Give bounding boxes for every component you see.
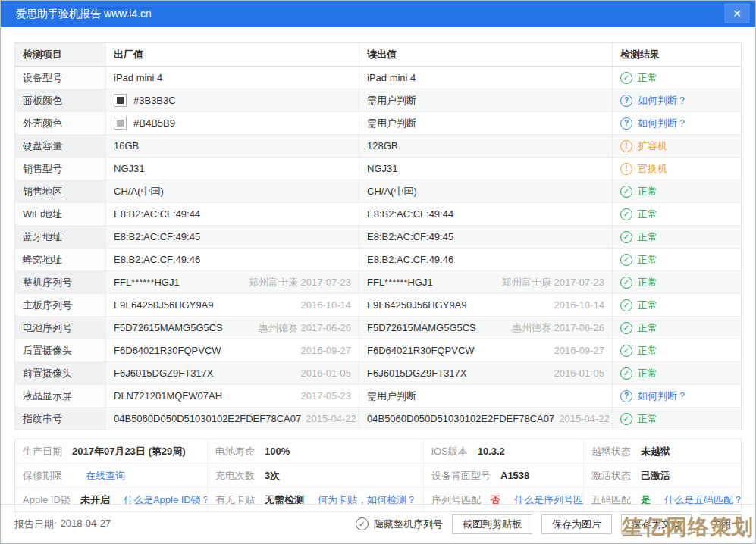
factory-value: F9F64250J56HGY9A9: [114, 299, 214, 311]
check-circle-icon: ✓: [620, 277, 632, 289]
read-value-cell: 需用户判断: [359, 112, 613, 134]
row-label: 硬盘容量: [15, 135, 106, 157]
info-cell: 保修期限在线查询: [15, 464, 208, 488]
factory-value: F6D64021R30FQPVCW: [114, 345, 221, 356]
factory-value-cell: iPad mini 4: [106, 67, 359, 89]
check-circle-icon: ✓: [620, 413, 632, 425]
result-link[interactable]: 官换机: [638, 162, 667, 176]
close-report-button[interactable]: 关闭: [701, 514, 742, 534]
factory-meta: 惠州德赛 2017-06-26: [254, 321, 351, 335]
factory-meta: 郑州富士康 2017-07-23: [244, 276, 351, 289]
result-cell: ✓正常: [613, 317, 741, 339]
report-date-label: 报告日期:: [14, 517, 57, 531]
check-circle-icon: ✓: [620, 72, 632, 84]
read-value: F6J6015DGZ9FT317X: [367, 367, 467, 379]
read-meta: 2016-09-27: [550, 345, 605, 356]
row-label: 液晶显示屏: [15, 385, 106, 407]
save-as-image-button[interactable]: 保存为图片: [541, 514, 612, 534]
row-label: 设备型号: [15, 67, 106, 89]
info-label: 充电次数: [215, 469, 255, 483]
info-cell: 越狱状态未越狱: [584, 439, 741, 464]
result-cell: ✓正常: [613, 408, 741, 430]
table-row: 液晶显示屏DLN721201MQFW07AH2017-05-23需用户判断?如何…: [15, 385, 741, 408]
row-label: 指纹串号: [15, 408, 106, 430]
info-cell: 生产日期2017年07月23日 (第29周): [15, 439, 208, 464]
info-value: A1538: [500, 470, 529, 481]
result-text: 正常: [638, 208, 657, 221]
result-link[interactable]: 如何判断？: [638, 389, 687, 403]
screenshot-to-clipboard-button[interactable]: 截图到剪贴板: [452, 514, 532, 534]
result-cell: ✓正常: [613, 271, 741, 293]
factory-value: #B4B5B9: [133, 117, 175, 129]
window-title: 爱思助手验机报告 www.i4.cn: [1, 8, 152, 21]
row-label: 主板序列号: [15, 294, 106, 316]
check-circle-icon: ✓: [620, 186, 632, 198]
factory-value-cell: NGJ31: [106, 158, 359, 180]
detection-table: 检测项目 出厂值 读出值 检测结果 设备型号iPad mini 4iPad mi…: [14, 42, 742, 430]
read-meta: 2016-01-05: [550, 367, 605, 379]
info-value: 未越狱: [641, 445, 670, 458]
table-row: 后置摄像头F6D64021R30FQPVCW2016-09-27F6D64021…: [15, 339, 741, 362]
info-cell: iOS版本10.3.2: [424, 439, 584, 464]
factory-value: E8:B2:AC:CF:49:44: [114, 208, 200, 220]
read-value-cell: F6D64021R30FQPVCW2016-09-27: [359, 339, 613, 361]
table-row: 电池序列号F5D72615MAMG5G5CS惠州德赛 2017-06-26F5D…: [15, 317, 741, 339]
result-cell: ✓正常: [613, 294, 741, 316]
check-circle-icon: ✓: [620, 231, 632, 243]
result-cell: ✓正常: [613, 180, 741, 202]
info-link[interactable]: 在线查询: [86, 469, 125, 483]
info-cell: 设备背面型号A1538: [424, 464, 584, 488]
read-value: 128GB: [367, 140, 397, 152]
result-link[interactable]: 如何判断？: [638, 117, 687, 130]
info-cell: 充电次数3次: [208, 464, 424, 488]
color-swatch: [114, 94, 127, 107]
info-label: iOS版本: [431, 445, 468, 458]
result-cell: ✓正常: [613, 362, 741, 384]
result-text: 正常: [638, 367, 657, 380]
result-link[interactable]: 扩容机: [638, 139, 667, 153]
factory-value-cell: F6D64021R30FQPVCW2016-09-27: [106, 339, 359, 361]
read-value-cell: FFL******HGJ1郑州富士康 2017-07-23: [359, 271, 613, 293]
close-button[interactable]: ✕: [724, 3, 750, 23]
result-link[interactable]: 如何判断？: [638, 94, 687, 108]
read-value-cell: F9F64250J56HGY9A92016-10-14: [359, 294, 613, 316]
check-circle-icon: ✓: [620, 322, 632, 334]
read-value-cell: NGJ31: [359, 158, 613, 180]
factory-meta: 2016-10-14: [296, 299, 352, 311]
read-value: 需用户判断: [367, 389, 416, 403]
hide-serial-checkbox[interactable]: ✓ 隐藏整机序列号: [356, 517, 443, 531]
read-value: FFL******HGJ1: [367, 277, 433, 288]
warning-circle-icon: !: [620, 140, 632, 152]
info-label: 保修期限: [23, 469, 62, 483]
result-cell: ✓正常: [613, 249, 741, 270]
read-meta: 郑州富士康 2017-07-23: [497, 276, 604, 289]
read-value-cell: F5D72615MAMG5G5CS惠州德赛 2017-06-26: [359, 317, 613, 339]
row-label: 销售地区: [15, 180, 106, 202]
table-row: 蜂窝地址E8:B2:AC:CF:49:46E8:B2:AC:CF:49:46✓正…: [15, 249, 741, 271]
result-text: 正常: [638, 276, 657, 289]
read-value-cell: iPad mini 4: [359, 67, 613, 89]
read-meta: 惠州德赛 2017-06-26: [507, 321, 604, 335]
result-text: 正常: [638, 412, 657, 426]
footer-buttons: 截图到剪贴板保存为图片保存为文本关闭: [452, 514, 742, 534]
result-cell: ?如何判断？: [613, 385, 741, 407]
save-as-text-button[interactable]: 保存为文本: [621, 514, 692, 534]
info-label: 激活状态: [591, 469, 631, 483]
read-value: E8:B2:AC:CF:49:44: [367, 208, 453, 220]
result-text: 正常: [638, 321, 657, 335]
info-label: 生产日期: [23, 445, 62, 458]
read-value: E8:B2:AC:CF:49:45: [367, 231, 453, 242]
check-circle-icon: ✓: [620, 345, 632, 357]
result-cell: ✓正常: [613, 203, 741, 225]
result-text: 正常: [638, 253, 657, 267]
read-value: iPad mini 4: [367, 72, 416, 83]
report-window: 爱思助手验机报告 www.i4.cn ✕ 检测项目 出厂值 读出值 检测结果 设…: [0, 0, 756, 544]
read-value: E8:B2:AC:CF:49:46: [367, 254, 453, 265]
info-label: 电池寿命: [215, 445, 255, 458]
table-row: 前置摄像头F6J6015DGZ9FT317X2016-01-05F6J6015D…: [15, 362, 741, 385]
table-row: 外壳颜色#B4B5B9需用户判断?如何判断？: [15, 112, 741, 135]
read-value-cell: E8:B2:AC:CF:49:45: [359, 226, 613, 248]
read-value: CH/A(中国): [367, 185, 417, 199]
read-value-cell: F6J6015DGZ9FT317X2016-01-05: [359, 362, 613, 384]
factory-value-cell: E8:B2:AC:CF:49:46: [106, 249, 359, 270]
